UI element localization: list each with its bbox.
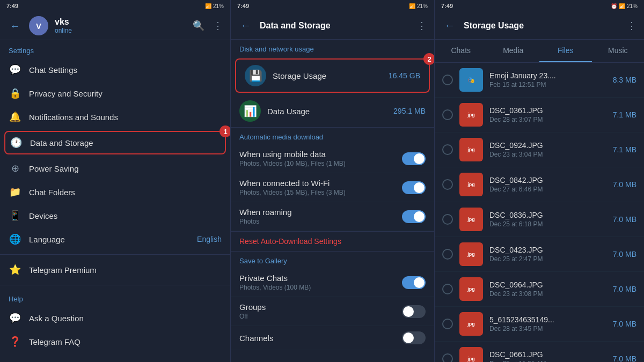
file-radio-6[interactable] — [442, 284, 453, 294]
file-thumb-2: jpg — [459, 138, 483, 161]
right-panel-title: Storage Usage — [464, 21, 620, 31]
premium-label: Telegram Premium — [29, 265, 222, 275]
faq-label: Telegram FAQ — [29, 337, 222, 346]
more-icon-right[interactable]: ⋮ — [627, 20, 636, 32]
file-size-emoji: 8.3 MB — [613, 76, 636, 84]
file-thumb-5: jpg — [459, 242, 483, 266]
file-item-emoji[interactable]: 🎭 Emoji January 23.... Feb 15 at 12:51 P… — [435, 63, 644, 98]
mobile-data-toggle[interactable] — [402, 152, 426, 165]
data-storage-content: Disk and network usage 💾 Storage Usage 1… — [231, 40, 434, 362]
file-info-5: DSC_0423.JPG Dec 25 at 2:47 PM — [489, 246, 606, 263]
file-item-8[interactable]: jpg DSC_0661.JPG Dec 25 at 11:51 AM 7.0 … — [435, 342, 644, 362]
file-item-7[interactable]: jpg 5_615234635149... Dec 28 at 3:45 PM … — [435, 307, 644, 342]
signal-icon-mid: 📶 — [409, 3, 415, 9]
file-radio-7[interactable] — [442, 319, 453, 329]
channels-label: Channels — [239, 334, 273, 343]
tab-files[interactable]: Files — [539, 40, 592, 62]
power-saving-icon: ⊕ — [9, 162, 21, 175]
storage-usage-name: Storage Usage — [273, 71, 382, 80]
tab-chats[interactable]: Chats — [435, 40, 487, 62]
file-radio-8[interactable] — [442, 353, 453, 362]
storage-usage-panel: 7:49 ⏰ 📶 21% ← Storage Usage ⋮ Chats Med… — [435, 0, 644, 362]
file-radio-emoji[interactable] — [442, 75, 453, 85]
auto-dl-mobile-row: When using mobile data Photos, Videos (1… — [239, 150, 426, 167]
wifi-toggle[interactable] — [402, 181, 426, 194]
sidebar-item-devices[interactable]: 📱 Devices — [0, 204, 230, 227]
sidebar-item-chat-folders[interactable]: 📁 Chat Folders — [0, 180, 230, 204]
file-item-5[interactable]: jpg DSC_0423.JPG Dec 25 at 2:47 PM 7.0 M… — [435, 237, 644, 272]
file-radio-1[interactable] — [442, 109, 453, 120]
storage-usage-size: 16.45 GB — [389, 71, 420, 80]
roaming-sub: Photos — [239, 218, 292, 225]
file-radio-5[interactable] — [442, 249, 453, 260]
status-bar-left: 7:49 📶 21% — [0, 0, 230, 12]
data-usage-info: Data Usage — [267, 107, 387, 116]
more-icon[interactable]: ⋮ — [213, 20, 223, 32]
sidebar-item-ask-question[interactable]: 💬 Ask a Question — [0, 306, 230, 330]
header-actions-right: ⋮ — [627, 20, 636, 32]
avatar: V — [29, 16, 48, 35]
tab-music[interactable]: Music — [592, 40, 645, 62]
data-usage-item[interactable]: 📊 Data Usage 295.1 MB — [231, 95, 434, 127]
file-item-6[interactable]: jpg DSC_0964.JPG Dec 23 at 3:08 PM 7.0 M… — [435, 272, 644, 307]
private-chats-toggle[interactable] — [402, 276, 426, 289]
sidebar-item-notifications[interactable]: 🔔 Notifications and Sounds — [0, 105, 230, 129]
sidebar-item-language[interactable]: 🌐 Language English — [0, 227, 230, 251]
file-radio-2[interactable] — [442, 144, 453, 155]
badge-1: 1 — [219, 125, 230, 137]
roaming-toggle[interactable] — [402, 210, 426, 223]
sidebar-item-chat-settings[interactable]: 💬 Chat Settings — [0, 58, 230, 82]
more-icon-mid[interactable]: ⋮ — [417, 20, 427, 32]
groups-toggle[interactable] — [402, 305, 426, 318]
file-radio-4[interactable] — [442, 214, 453, 225]
file-size-2: 7.1 MB — [613, 145, 636, 154]
back-button-mid[interactable]: ← — [238, 17, 253, 34]
file-name-6: DSC_0964.JPG — [489, 280, 606, 289]
search-icon[interactable]: 🔍 — [193, 20, 204, 32]
sidebar-item-faq[interactable]: ❓ Telegram FAQ — [0, 330, 230, 353]
save-channels: Channels — [231, 326, 434, 350]
language-icon: 🌐 — [9, 233, 21, 246]
groups-sub: Off — [239, 313, 266, 320]
sidebar-item-privacy-security[interactable]: 🔒 Privacy and Security — [0, 82, 230, 105]
help-section-label: Help — [0, 289, 230, 306]
reset-auto-download-link[interactable]: Reset Auto-Download Settings — [231, 231, 434, 251]
premium-icon: ⭐ — [9, 263, 21, 276]
auto-dl-roaming-row: When roaming Photos — [239, 208, 426, 225]
badge-2: 2 — [423, 53, 434, 65]
header-actions-left: 🔍 ⋮ — [193, 20, 223, 32]
file-name-7: 5_615234635149... — [489, 315, 606, 324]
right-header: ← Storage Usage ⋮ — [435, 12, 644, 40]
sidebar-item-power-saving[interactable]: ⊕ Power Saving — [0, 157, 230, 180]
file-date-1: Dec 28 at 3:07 PM — [489, 116, 606, 123]
file-info-4: DSC_0836.JPG Dec 25 at 6:18 PM — [489, 211, 606, 228]
file-item-2[interactable]: jpg DSC_0924.JPG Dec 23 at 3:04 PM 7.1 M… — [435, 132, 644, 167]
file-item-4[interactable]: jpg DSC_0836.JPG Dec 25 at 6:18 PM 7.0 M… — [435, 202, 644, 237]
channels-toggle[interactable] — [402, 331, 426, 344]
sidebar-item-data-storage[interactable]: 🕐 Data and Storage — [4, 131, 226, 154]
file-date-emoji: Feb 15 at 12:51 PM — [489, 81, 606, 88]
auto-dl-wifi-info: When connected to Wi-Fi Photos, Videos (… — [239, 179, 346, 196]
file-date-5: Dec 25 at 2:47 PM — [489, 255, 606, 263]
sidebar-item-premium[interactable]: ⭐ Telegram Premium — [0, 258, 230, 282]
back-button-right[interactable]: ← — [442, 17, 457, 34]
user-name: vks — [55, 17, 186, 27]
file-info-2: DSC_0924.JPG Dec 23 at 3:04 PM — [489, 141, 606, 158]
file-date-3: Dec 27 at 6:46 PM — [489, 186, 606, 193]
storage-usage-item[interactable]: 💾 Storage Usage 16.45 GB — [235, 58, 430, 93]
file-size-6: 7.0 MB — [613, 285, 636, 293]
file-name-5: DSC_0423.JPG — [489, 246, 606, 254]
file-item-1[interactable]: jpg DSC_0361.JPG Dec 28 at 3:07 PM 7.1 M… — [435, 98, 644, 132]
file-item-3[interactable]: jpg DSC_0842.JPG Dec 27 at 6:46 PM 7.0 M… — [435, 167, 644, 202]
file-thumb-emoji: 🎭 — [459, 68, 483, 92]
back-button-left[interactable]: ← — [8, 18, 23, 34]
mid-title-group: Data and Storage — [260, 21, 411, 31]
tab-media[interactable]: Media — [487, 40, 540, 62]
chat-folders-label: Chat Folders — [29, 188, 222, 197]
file-name-3: DSC_0842.JPG — [489, 176, 606, 184]
file-date-6: Dec 23 at 3:08 PM — [489, 290, 606, 298]
file-radio-3[interactable] — [442, 179, 453, 190]
divider-1 — [0, 254, 230, 255]
file-name-4: DSC_0836.JPG — [489, 211, 606, 219]
file-size-3: 7.0 MB — [613, 180, 636, 189]
